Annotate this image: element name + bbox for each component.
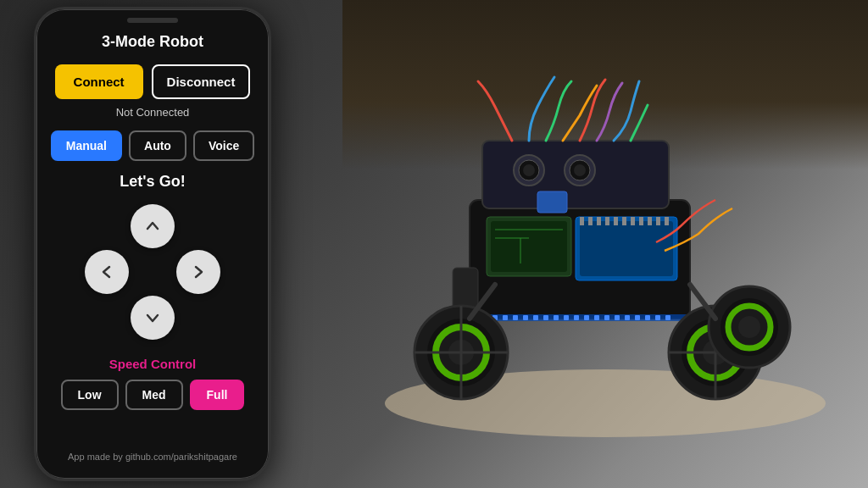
speed-med-button[interactable]: Med xyxy=(125,380,183,410)
svg-rect-40 xyxy=(604,315,609,320)
svg-rect-23 xyxy=(639,217,643,225)
svg-point-13 xyxy=(574,164,586,176)
mode-manual-button[interactable]: Manual xyxy=(51,130,122,161)
svg-rect-34 xyxy=(543,315,548,320)
svg-rect-38 xyxy=(584,315,589,320)
svg-rect-20 xyxy=(614,217,618,225)
app-title: 3-Mode Robot xyxy=(102,33,203,51)
connect-button[interactable]: Connect xyxy=(55,64,143,99)
speed-low-button[interactable]: Low xyxy=(61,380,119,410)
dpad-up-button[interactable] xyxy=(131,204,175,248)
svg-rect-32 xyxy=(523,315,528,320)
svg-rect-36 xyxy=(564,315,569,320)
phone-wrapper: 3-Mode Robot Connect Disconnect Not Conn… xyxy=(34,7,271,481)
svg-rect-39 xyxy=(594,315,599,320)
svg-rect-19 xyxy=(605,217,609,225)
footer-text: App made by github.com/parikshitpagare xyxy=(68,452,237,462)
lets-go-label: Let's Go! xyxy=(120,173,185,191)
svg-rect-26 xyxy=(665,217,669,225)
svg-rect-30 xyxy=(503,315,508,320)
dpad-right-button[interactable] xyxy=(176,250,220,294)
speed-row: Low Med Full xyxy=(61,380,245,410)
svg-rect-18 xyxy=(597,217,601,225)
svg-rect-21 xyxy=(622,217,626,225)
svg-point-63 xyxy=(738,316,760,338)
svg-rect-41 xyxy=(615,315,620,320)
svg-rect-42 xyxy=(625,315,630,320)
svg-rect-45 xyxy=(655,315,660,320)
svg-rect-37 xyxy=(574,315,579,320)
dpad-left-button[interactable] xyxy=(85,250,129,294)
connect-row: Connect Disconnect xyxy=(55,64,251,99)
mode-auto-button[interactable]: Auto xyxy=(129,130,186,161)
svg-rect-66 xyxy=(537,191,567,213)
dpad-down-button[interactable] xyxy=(131,296,175,340)
mode-row: Manual Auto Voice xyxy=(51,130,254,161)
svg-rect-3 xyxy=(491,221,567,272)
svg-rect-35 xyxy=(554,315,559,320)
mode-voice-button[interactable]: Voice xyxy=(193,130,254,161)
phone-frame: 3-Mode Robot Connect Disconnect Not Conn… xyxy=(34,7,271,481)
speed-control-label: Speed Control xyxy=(109,357,197,371)
svg-rect-25 xyxy=(656,217,660,225)
disconnect-button[interactable]: Disconnect xyxy=(152,64,251,99)
svg-rect-24 xyxy=(648,217,652,225)
robot-image xyxy=(359,30,851,471)
svg-rect-22 xyxy=(631,217,635,225)
svg-rect-16 xyxy=(580,217,584,225)
svg-rect-33 xyxy=(533,315,538,320)
svg-rect-44 xyxy=(645,315,650,320)
svg-rect-17 xyxy=(588,217,593,225)
speed-full-button[interactable]: Full xyxy=(190,380,245,410)
svg-rect-46 xyxy=(665,315,670,320)
svg-point-10 xyxy=(523,164,535,176)
svg-rect-15 xyxy=(580,221,673,276)
svg-rect-31 xyxy=(513,315,518,320)
dpad xyxy=(85,204,220,340)
svg-rect-43 xyxy=(635,315,640,320)
connection-status: Not Connected xyxy=(116,106,190,119)
